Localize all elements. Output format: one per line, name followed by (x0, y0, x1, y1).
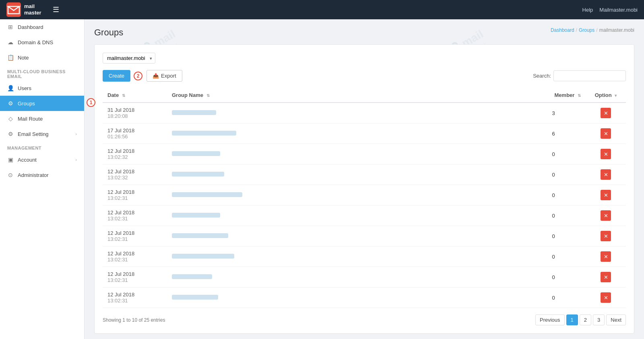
sidebar-label-account: Account (18, 157, 37, 163)
breadcrumb-sep-2: / (596, 27, 597, 33)
groups-icon: ⚙ (7, 100, 14, 107)
export-button[interactable]: 📤 Export (147, 70, 182, 82)
pagination-row: Showing 1 to 10 of 25 entries Previous 1… (103, 314, 626, 325)
cell-option: ✕ (586, 123, 626, 144)
main-card: mailmaster.mobi Create 2 📤 Export Search… (94, 44, 634, 334)
delete-button[interactable]: ✕ (601, 169, 611, 180)
sidebar-item-dashboard[interactable]: ⊞ Dashboard (0, 19, 84, 35)
delete-button[interactable]: ✕ (601, 128, 611, 139)
domain-select[interactable]: mailmaster.mobi (103, 53, 155, 64)
table-row: 12 Jul 201813:02:31 0 ✕ (103, 247, 626, 267)
delete-button[interactable]: ✕ (601, 292, 611, 303)
group-name-blurred (172, 131, 236, 136)
sort-icon-option: ▾ (615, 93, 617, 98)
sidebar-item-email-setting[interactable]: ⚙ Email Setting › (0, 126, 84, 142)
page-3-button[interactable]: 3 (593, 314, 605, 325)
cell-group-name (167, 123, 521, 144)
page-header: Groups Dashboard / Groups / mailmaster.m… (94, 27, 634, 38)
group-name-blurred (172, 172, 224, 177)
previous-button[interactable]: Previous (535, 314, 565, 325)
cell-option: ✕ (586, 164, 626, 185)
sidebar-item-users[interactable]: 👤 Users (0, 80, 84, 96)
cell-date: 31 Jul 201818:20:08 (103, 103, 167, 123)
cell-member: 0 (521, 247, 586, 267)
breadcrumb-groups[interactable]: Groups (579, 27, 594, 33)
svg-rect-0 (6, 2, 21, 17)
cell-date: 12 Jul 201813:02:32 (103, 164, 167, 185)
logo-icon (6, 2, 21, 17)
sidebar-item-mail-route[interactable]: ◇ Mail Route (0, 111, 84, 126)
table-row: 31 Jul 201818:20:08 3 ✕ (103, 103, 626, 123)
top-nav-right: Help Mailmaster.mobi (582, 7, 638, 13)
user-link[interactable]: Mailmaster.mobi (599, 7, 638, 13)
cell-member: 6 (521, 123, 586, 144)
sidebar-label-groups: Groups (18, 101, 35, 107)
cell-group-name (167, 267, 521, 288)
section-label-multi-cloud: Multi-Cloud Business Email (0, 65, 84, 80)
breadcrumb-dashboard[interactable]: Dashboard (551, 27, 574, 33)
cell-option: ✕ (586, 185, 626, 205)
cell-option: ✕ (586, 205, 626, 226)
group-name-blurred (172, 110, 216, 115)
delete-button[interactable]: ✕ (601, 210, 611, 221)
col-header-date[interactable]: Date ⇅ (103, 88, 167, 103)
domain-selector: mailmaster.mobi (103, 53, 626, 64)
cell-date: 17 Jul 201801:26:56 (103, 123, 167, 144)
next-button[interactable]: Next (606, 314, 626, 325)
table-row: 12 Jul 201813:02:31 0 ✕ (103, 288, 626, 308)
delete-button[interactable]: ✕ (601, 108, 611, 118)
top-nav: mailmaster ☰ Help Mailmaster.mobi (0, 0, 644, 19)
delete-button[interactable]: ✕ (601, 231, 611, 241)
page-1-button[interactable]: 1 (566, 314, 578, 325)
cell-member: 0 (521, 267, 586, 288)
cell-date: 12 Jul 201813:02:31 (103, 185, 167, 205)
delete-button[interactable]: ✕ (601, 272, 611, 282)
search-label: Search: (533, 73, 551, 79)
create-button[interactable]: Create (103, 70, 130, 82)
help-link[interactable]: Help (582, 7, 593, 13)
cell-member: 0 (521, 288, 586, 308)
cell-group-name (167, 185, 521, 205)
cloud-icon: ☁ (7, 39, 14, 45)
toolbar: Create 2 📤 Export Search: (103, 70, 626, 82)
col-header-member[interactable]: Member ⇅ (521, 88, 586, 103)
page-2-button[interactable]: 2 (580, 314, 591, 325)
breadcrumb-current: mailmaster.mobi (599, 27, 634, 33)
col-header-option[interactable]: Option ▾ (586, 88, 626, 103)
pagination-info: Showing 1 to 10 of 25 entries (103, 317, 165, 323)
sidebar-item-account[interactable]: ▣ Account › (0, 152, 84, 167)
cell-option: ✕ (586, 103, 626, 123)
logo-text: mailmaster (24, 3, 41, 16)
col-header-group-name[interactable]: Group Name ⇅ (167, 88, 521, 103)
delete-button[interactable]: ✕ (601, 149, 611, 159)
table-row: 17 Jul 201801:26:56 6 ✕ (103, 123, 626, 144)
email-setting-icon: ⚙ (7, 131, 14, 137)
cell-option: ✕ (586, 144, 626, 164)
account-icon: ▣ (7, 156, 14, 163)
page-title: Groups (94, 27, 123, 38)
hamburger-button[interactable]: ☰ (50, 4, 62, 16)
sort-icon-group: ⇅ (206, 93, 210, 98)
search-input[interactable] (553, 70, 626, 81)
sidebar-item-domain-dns[interactable]: ☁ Domain & DNS (0, 35, 84, 50)
cell-member: 0 (521, 226, 586, 247)
delete-button[interactable]: ✕ (601, 190, 611, 200)
sidebar-item-groups[interactable]: ⚙ Groups (0, 96, 84, 111)
cell-group-name (167, 288, 521, 308)
groups-table: Date ⇅ Group Name ⇅ Member ⇅ Option ▾ (103, 88, 626, 308)
cell-option: ✕ (586, 247, 626, 267)
group-name-blurred (172, 151, 220, 156)
section-label-management: Management (0, 142, 84, 152)
table-row: 12 Jul 201813:02:32 0 ✕ (103, 144, 626, 164)
sidebar-label-dashboard: Dashboard (18, 24, 43, 30)
sidebar-label-users: Users (18, 85, 31, 91)
sidebar: ⊞ Dashboard ☁ Domain & DNS 📋 Note Multi-… (0, 19, 85, 339)
table-row: 12 Jul 201813:02:31 0 ✕ (103, 205, 626, 226)
annotation-2: 2 (134, 72, 142, 80)
table-row: 12 Jul 201813:02:31 0 ✕ (103, 226, 626, 247)
group-name-blurred (172, 213, 220, 218)
sidebar-item-note[interactable]: 📋 Note (0, 50, 84, 65)
sidebar-item-administrator[interactable]: ⊙ Administrator (0, 167, 84, 183)
sort-icon-date: ⇅ (122, 93, 125, 98)
delete-button[interactable]: ✕ (601, 251, 611, 262)
